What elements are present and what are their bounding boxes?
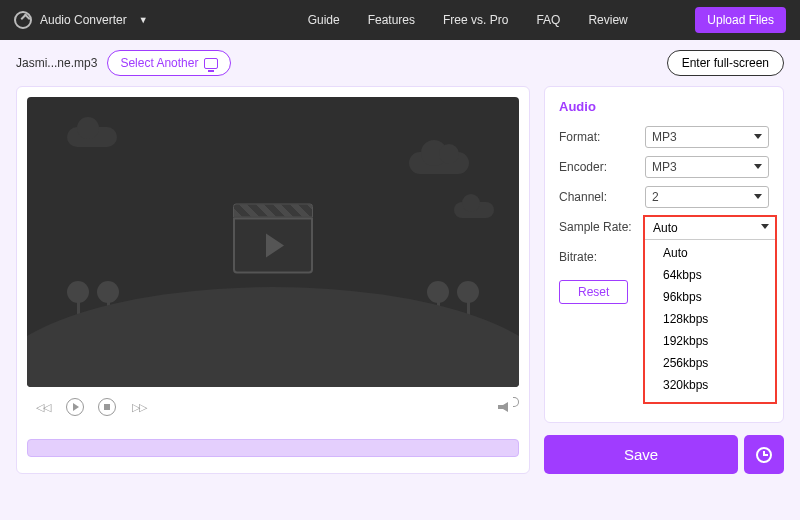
bitrate-option[interactable]: 64kbps bbox=[645, 264, 775, 286]
skip-back-button[interactable]: ◁◁ bbox=[33, 397, 53, 417]
nav-review[interactable]: Review bbox=[588, 13, 627, 27]
nav-guide[interactable]: Guide bbox=[308, 13, 340, 27]
cloud-icon bbox=[67, 127, 117, 147]
encoder-select[interactable]: MP3 bbox=[645, 156, 769, 178]
enter-fullscreen-button[interactable]: Enter full-screen bbox=[667, 50, 784, 76]
player-controls: ◁◁ ▷▷ bbox=[27, 387, 519, 421]
encoder-label: Encoder: bbox=[559, 160, 645, 174]
current-filename: Jasmi...ne.mp3 bbox=[16, 56, 97, 70]
app-title: Audio Converter bbox=[40, 13, 127, 27]
channel-select[interactable]: 2 bbox=[645, 186, 769, 208]
reset-button[interactable]: Reset bbox=[559, 280, 628, 304]
format-select[interactable]: MP3 bbox=[645, 126, 769, 148]
clapperboard-icon bbox=[233, 204, 313, 274]
subbar: Jasmi...ne.mp3 Select Another Enter full… bbox=[0, 40, 800, 86]
save-row: Save bbox=[544, 435, 784, 474]
preview-card: ◁◁ ▷▷ bbox=[16, 86, 530, 474]
play-icon bbox=[266, 234, 284, 258]
channel-label: Channel: bbox=[559, 190, 645, 204]
save-button[interactable]: Save bbox=[544, 435, 738, 474]
topbar: Audio Converter ▼ Guide Features Free vs… bbox=[0, 0, 800, 40]
bitrate-option[interactable]: 192kbps bbox=[645, 330, 775, 352]
nav-features[interactable]: Features bbox=[368, 13, 415, 27]
select-another-label: Select Another bbox=[120, 56, 198, 70]
bitrate-dropdown-list: Auto 64kbps 96kbps 128kbps 192kbps 256kb… bbox=[645, 240, 775, 402]
panel-title: Audio bbox=[559, 99, 769, 114]
save-history-button[interactable] bbox=[744, 435, 784, 474]
select-another-button[interactable]: Select Another bbox=[107, 50, 231, 76]
caret-down-icon: ▼ bbox=[139, 15, 148, 25]
upload-files-button[interactable]: Upload Files bbox=[695, 7, 786, 33]
bitrate-dropdown-selected[interactable]: Auto bbox=[645, 217, 775, 240]
bitrate-option[interactable]: Auto bbox=[645, 242, 775, 264]
progress-slider[interactable] bbox=[27, 439, 519, 457]
monitor-icon bbox=[204, 58, 218, 69]
clock-icon bbox=[756, 447, 772, 463]
nav-faq[interactable]: FAQ bbox=[536, 13, 560, 27]
skip-forward-button[interactable]: ▷▷ bbox=[129, 397, 149, 417]
sample-rate-label: Sample Rate: bbox=[559, 220, 645, 234]
bitrate-option[interactable]: 256kbps bbox=[645, 352, 775, 374]
cloud-icon bbox=[454, 202, 494, 218]
app-title-wrap[interactable]: Audio Converter ▼ bbox=[14, 11, 148, 29]
play-button[interactable] bbox=[65, 397, 85, 417]
nav-free-vs-pro[interactable]: Free vs. Pro bbox=[443, 13, 508, 27]
bitrate-option[interactable]: 128kbps bbox=[645, 308, 775, 330]
bitrate-option[interactable]: 96kbps bbox=[645, 286, 775, 308]
stop-button[interactable] bbox=[97, 397, 117, 417]
bitrate-label: Bitrate: bbox=[559, 250, 645, 264]
bitrate-option[interactable]: 320kbps bbox=[645, 374, 775, 396]
volume-button[interactable] bbox=[493, 397, 513, 417]
cloud-icon bbox=[409, 152, 469, 174]
bitrate-dropdown-open: Auto Auto 64kbps 96kbps 128kbps 192kbps … bbox=[643, 215, 777, 404]
nav: Guide Features Free vs. Pro FAQ Review bbox=[308, 13, 628, 27]
media-preview bbox=[27, 97, 519, 387]
format-label: Format: bbox=[559, 130, 645, 144]
audio-settings-panel: Audio Format:MP3 Encoder:MP3 Channel:2 S… bbox=[544, 86, 784, 423]
logo-icon bbox=[14, 11, 32, 29]
